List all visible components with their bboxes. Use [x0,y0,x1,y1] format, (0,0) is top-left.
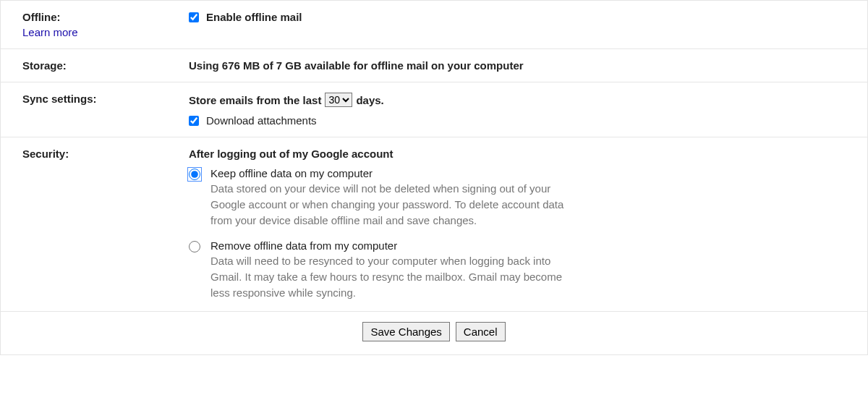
section-sync: Sync settings: Store emails from the las… [1,82,867,137]
section-offline: Offline: Learn more Enable offline mail [1,1,867,49]
cancel-button[interactable]: Cancel [456,322,506,341]
radio-remove-data-input[interactable] [189,241,200,252]
section-security: Security: After logging out of my Google… [1,137,867,312]
sync-prefix: Store emails from the last [189,94,321,106]
radio-keep-data-title: Keep offline data on my computer [210,167,579,179]
security-label: Security: [22,148,189,301]
storage-label: Storage: [22,59,189,72]
sync-content: Store emails from the last 30 days. Down… [189,93,846,127]
download-attachments-checkbox[interactable] [189,116,199,126]
radio-remove-data-desc: Data will need to be resynced to your co… [210,253,579,300]
section-storage: Storage: Using 676 MB of 7 GB available … [1,49,867,82]
sync-days-select[interactable]: 30 [325,93,352,107]
radio-keep-data-desc: Data stored on your device will not be d… [210,181,579,228]
security-heading: After logging out of my Google account [189,148,846,160]
learn-more-link[interactable]: Learn more [22,26,189,38]
offline-label-block: Offline: Learn more [22,11,189,38]
offline-label: Offline: [22,11,61,23]
enable-offline-checkbox[interactable] [189,12,199,22]
sync-label: Sync settings: [22,93,189,127]
radio-remove-data-title: Remove offline data from my computer [210,239,579,252]
download-attachments-label: Download attachments [206,114,317,127]
enable-offline-label: Enable offline mail [206,11,302,23]
button-row: Save Changes Cancel [1,312,867,354]
storage-text: Using 676 MB of 7 GB available for offli… [189,59,846,72]
offline-content: Enable offline mail [189,11,846,38]
sync-suffix: days. [356,94,383,106]
save-button[interactable]: Save Changes [362,322,449,341]
radio-keep-data[interactable]: Keep offline data on my computer Data st… [189,167,846,228]
radio-remove-data[interactable]: Remove offline data from my computer Dat… [189,239,846,300]
security-content: After logging out of my Google account K… [189,148,846,301]
radio-keep-data-input[interactable] [189,169,200,180]
